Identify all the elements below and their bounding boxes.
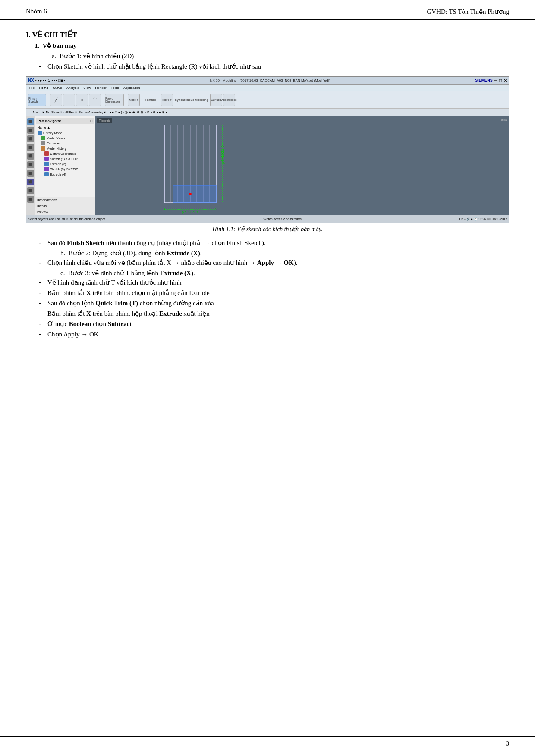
left-icon-4[interactable]: ⬛ — [27, 144, 34, 151]
minimize-btn[interactable]: ─ — [494, 78, 497, 83]
pn-item-datum[interactable]: Datum Coordinate — [43, 151, 94, 156]
pn-preview[interactable]: Preview ⌄ — [35, 209, 95, 215]
dash-3: - — [39, 259, 46, 266]
tb-line[interactable]: ╱ — [50, 94, 62, 106]
menu-file[interactable]: File — [29, 86, 35, 90]
no-sel-filter[interactable]: No Selection Filter ▾ — [46, 110, 77, 114]
entire-assy[interactable]: Entire Assembly ▾ — [79, 110, 106, 114]
dash-8: - — [39, 320, 46, 327]
bullet-quick-trim: - Sau đó chọn lệnh Quick Trim (T) chọn n… — [39, 299, 509, 307]
menu-view[interactable]: View — [83, 86, 91, 90]
bold-extrude-dialog: Extrude — [159, 310, 182, 317]
page-footer: 3 — [0, 736, 535, 747]
menu-curve[interactable]: Curve — [53, 86, 62, 90]
subsection-1-title: 1. Vẽ bàn máy — [35, 42, 509, 50]
pn-col-header: Name ▲ — [36, 125, 94, 130]
nx-status-right: Sketch needs 2 constraints — [263, 217, 302, 221]
subsection-number: 1. — [35, 42, 39, 49]
pn-dep-label: Dependencies — [37, 198, 57, 202]
bullet-key-x-2: - Bấm phím tắt X trên bàn phím, hộp thoạ… — [39, 310, 509, 317]
bullet-apply-ok: - Chọn Apply → OK — [39, 330, 509, 338]
dash-9: - — [39, 330, 46, 338]
menu-analysis[interactable]: Analysis — [66, 86, 79, 90]
step-c-line: c. Bước 3: vẽ rãnh chữ T bằng lệnh Extru… — [60, 269, 509, 277]
pn-item-extrude2[interactable]: Extrude (2) — [43, 161, 94, 166]
svg-point-14 — [189, 193, 192, 195]
bullet-quick-trim-text: Sau đó chọn lệnh Quick Trim (T) chọn nhữ… — [47, 299, 509, 307]
bold-boolean: Boolean — [69, 320, 91, 327]
bold-ok: OK — [283, 259, 293, 266]
nx-logo: NX ▪ ◂ ▸ ▪ ▪ 🖫 ▪ ▪ ▪ □▣▪ — [28, 78, 65, 83]
tb-sep-5 — [159, 95, 159, 105]
tb-sync-label: Synchronous Modeling — [174, 98, 209, 101]
left-icon-6[interactable]: ⬛ — [27, 161, 34, 168]
nx-status-left: Select objects and use MB3, or double-cl… — [28, 217, 105, 221]
tb-more-sync[interactable]: More ▾ — [161, 94, 173, 106]
pn-title-text: Part Navigator — [38, 119, 61, 123]
section-title: I. VẼ CHI TIẾT — [26, 30, 509, 39]
left-icon-5[interactable]: ⬛ — [27, 153, 34, 160]
pn-dependencies[interactable]: Dependencies ⌄ — [35, 197, 95, 203]
tb-rect[interactable]: □ — [63, 94, 75, 106]
pn-item-sketch3[interactable]: Sketch (3) 'SKETC' — [43, 166, 94, 172]
pn-close-icon[interactable]: □ — [90, 119, 92, 123]
pn-prev-label: Preview — [37, 210, 48, 214]
pn-item-model-history[interactable]: Model History — [39, 146, 94, 151]
nx-ui: NX ▪ ◂ ▸ ▪ ▪ 🖫 ▪ ▪ ▪ □▣▪ NX 10 - Modelin… — [26, 77, 509, 223]
pn-item-sketch1[interactable]: Sketch (1) 'SKETC' — [43, 156, 94, 161]
tb-more-1[interactable]: More ▾ — [128, 94, 140, 106]
nx-selection-bar: ☰ Menu ▾ No Selection Filter ▾ Entire As… — [26, 109, 509, 116]
left-icon-1[interactable]: ⬛ — [27, 118, 34, 125]
tb-rapid-dim[interactable]: Rapid Dimension — [105, 94, 124, 106]
tb-assemblies[interactable]: Assemblies — [223, 94, 235, 106]
pn-item-model-views[interactable]: Model Views — [39, 135, 94, 141]
close-btn[interactable]: ✕ — [504, 78, 507, 83]
left-icon-8[interactable]: ⬛ — [27, 179, 34, 185]
bold-subtract: Subtract — [108, 320, 132, 327]
bullet-boolean-text: Ở mục Boolean chọn Subtract — [47, 320, 509, 328]
pn-item-extrude4[interactable]: Extrude (4) — [43, 172, 94, 177]
menu-tools[interactable]: Tools — [111, 86, 119, 90]
nx-taskbar: EN ▪ 🔊 ▸ 🕐 13:26 CH 06/10/2017 — [459, 217, 507, 221]
svg-text:p7=584.0: p7=584.0 — [182, 210, 198, 214]
tb-finish-sketch[interactable]: Finish Sketch — [28, 94, 46, 106]
siemens-logo: SIEMENS — [475, 78, 493, 83]
tb-sep-1 — [48, 95, 48, 105]
left-icon-9[interactable]: ⬛ — [27, 187, 34, 194]
tb-surface[interactable]: Surface — [210, 94, 222, 106]
menu-application[interactable]: Application — [123, 86, 140, 90]
bold-x-1: X — [86, 289, 91, 296]
pn-item-cameras[interactable]: Cameras — [39, 141, 94, 146]
bullet-apply-ok-text: Chọn Apply → OK — [47, 330, 509, 338]
left-icon-7[interactable]: ⬛ — [27, 170, 34, 177]
pn-label-extrude4: Extrude (4) — [50, 173, 66, 176]
pn-item-history-mode[interactable]: History Mode — [36, 130, 94, 135]
pn-icon-datum — [44, 151, 49, 156]
tb-arc[interactable]: ⌒ — [89, 94, 101, 106]
pn-icon-sketch3 — [44, 167, 49, 171]
nx-screenshot: NX ▪ ◂ ▸ ▪ ▪ 🖫 ▪ ▪ ▪ □▣▪ NX 10 - Modelin… — [26, 76, 509, 223]
menu-render[interactable]: Render — [95, 86, 106, 90]
tb-feature-label: Feature — [144, 98, 157, 101]
pn-bottom-panels: Dependencies ⌄ Details ⌄ Preview ⌄ — [35, 197, 95, 215]
pn-col-name: Name ▲ — [38, 125, 50, 129]
bullet-extrude-apply: - Chọn hình chiếu vừa mới vẽ (bấm phím t… — [39, 259, 509, 267]
nx-statusbar: Select objects and use MB3, or double-cl… — [26, 215, 509, 223]
pn-details[interactable]: Details ⌄ — [35, 203, 95, 209]
left-icon-10[interactable]: ⬛ — [27, 196, 34, 203]
left-icon-3[interactable]: ⬛ — [27, 135, 34, 142]
nx-sketch-svg: p6=1021.0 p7=584.0 — [138, 121, 259, 215]
bullet-sketch-text: Chọn Sketch, vẽ hình chữ nhật bằng lệnh … — [47, 63, 509, 70]
bold-x-2: X — [86, 310, 91, 317]
menu-icon[interactable]: ☰ — [28, 110, 31, 114]
tb-circle[interactable]: ○ — [76, 94, 88, 106]
bold-apply: Apply — [257, 259, 274, 266]
restore-btn[interactable]: □ — [499, 78, 502, 83]
menu-home[interactable]: Home — [39, 86, 48, 90]
step-a-line: a. Bước 1: vẽ hình chiếu (2D) — [52, 52, 509, 60]
pn-label-history: History Mode — [43, 131, 62, 135]
nx-menubar: File Home Curve Analysis View Render Too… — [26, 85, 509, 91]
bold-extrude-x-1: Extrude (X) — [167, 250, 200, 257]
left-icon-2[interactable]: ⬛ — [27, 127, 34, 134]
tb-sep-2 — [103, 95, 103, 105]
